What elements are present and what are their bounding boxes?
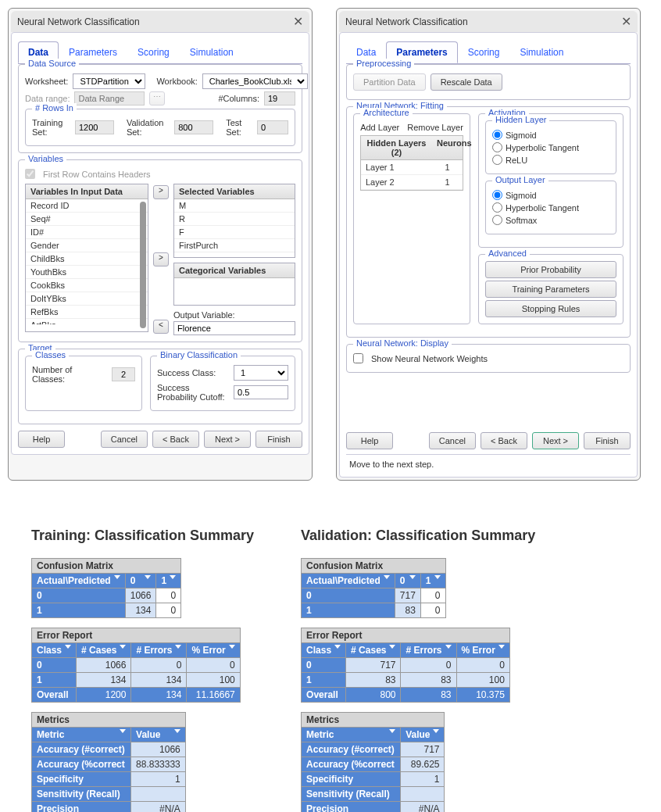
layers-table: Hidden Layers (2) Neurons Layer 1 1 Laye… (360, 135, 463, 191)
training-params-button[interactable]: Training Parameters (485, 281, 616, 298)
columns-label: #Columns: (218, 94, 259, 103)
tab2-simulation[interactable]: Simulation (509, 41, 573, 63)
datarange-pick-icon: ⋯ (149, 91, 165, 106)
input-vars-header: Variables In Input Data (26, 184, 148, 199)
validation-tables: Confusion Matrix Actual\Predicted01 0717… (301, 558, 535, 812)
selected-vars-list[interactable]: Selected Variables MRFFirstPurch (173, 184, 295, 258)
show-weights-checkbox[interactable] (353, 353, 363, 363)
help-button-2[interactable]: Help (346, 432, 393, 449)
layers-col-name: Hidden Layers (2) (361, 136, 432, 160)
test-label: Test Set: (226, 118, 252, 137)
workbook-label: Workbook: (156, 77, 197, 86)
list-item[interactable]: M (174, 199, 295, 213)
list-item[interactable]: FirstPurch (174, 239, 295, 252)
list-item[interactable]: Gender (26, 239, 148, 252)
output-sigmoid-radio[interactable] (492, 190, 502, 200)
hidden-opt-2: ReLU (506, 156, 527, 165)
layer-neurons-2[interactable]: 1 (432, 175, 463, 190)
next-button-2[interactable]: Next > (532, 432, 579, 449)
stopping-rules-button[interactable]: Stopping Rules (485, 300, 616, 317)
list-item[interactable]: R (174, 213, 295, 226)
list-item[interactable]: ArtBks (26, 319, 148, 324)
error-report: Error Report Class# Cases# Errors% Error… (301, 628, 510, 703)
legend-output-layer: Output Layer (492, 175, 548, 184)
hidden-sigmoid-radio[interactable] (492, 130, 502, 140)
confusion-matrix: Confusion Matrix Actual\Predicted01 0106… (31, 558, 181, 618)
tab-simulation[interactable]: Simulation (180, 41, 244, 63)
categorical-vars-header: Categorical Variables (174, 263, 295, 278)
back-button[interactable]: < Back (152, 431, 199, 448)
next-button[interactable]: Next > (204, 431, 251, 448)
output-var-label: Output Variable: (173, 310, 295, 320)
list-item[interactable]: YouthBks (26, 266, 148, 279)
list-item[interactable]: CookBks (26, 279, 148, 292)
layer-name-2[interactable]: Layer 2 (361, 175, 432, 190)
legend-variables: Variables (25, 154, 66, 163)
legend-display: Neural Network: Display (353, 338, 452, 348)
list-item[interactable]: RefBks (26, 306, 148, 319)
finish-button-2[interactable]: Finish (584, 432, 631, 449)
validation-label: Validation Set: (127, 118, 170, 137)
close-icon-2[interactable]: ✕ (621, 14, 631, 29)
move-left-output-button[interactable]: < (153, 320, 169, 334)
prior-prob-button[interactable]: Prior Probability (485, 261, 616, 278)
cutoff-label: Success Probability Cutoff: (157, 383, 229, 402)
tab-scoring[interactable]: Scoring (127, 41, 180, 63)
worksheet-label: Worksheet: (25, 77, 68, 86)
cancel-button[interactable]: Cancel (101, 431, 148, 448)
legend-classes: Classes (32, 350, 69, 359)
validation-results: Validation: Classification Summary Confu… (301, 520, 535, 812)
layer-neurons-1[interactable]: 1 (432, 160, 463, 175)
output-opt-2: Softmax (506, 216, 537, 225)
partition-data-button: Partition Data (353, 73, 426, 91)
help-button[interactable]: Help (18, 431, 65, 448)
list-item[interactable]: Record ID (26, 199, 148, 213)
first-row-label: First Row Contains Headers (43, 170, 151, 179)
success-class-select[interactable]: 1 (234, 365, 288, 381)
dialog-nn-data: Neural Network Classification ✕ Data Par… (8, 8, 313, 481)
list-item[interactable]: DoItYBks (26, 292, 148, 306)
move-right-selected-button[interactable]: > (153, 185, 169, 199)
first-row-checkbox (25, 169, 35, 179)
back-button-2[interactable]: < Back (481, 432, 527, 449)
tab2-scoring[interactable]: Scoring (458, 41, 510, 63)
cancel-button-2[interactable]: Cancel (429, 432, 476, 449)
rescale-data-button[interactable]: Rescale Data (431, 73, 502, 91)
title-text-2: Neural Network Classification (345, 16, 621, 27)
categorical-vars-list[interactable]: Categorical Variables (173, 263, 295, 306)
hidden-relu-radio[interactable] (492, 155, 502, 165)
training-field (75, 120, 114, 134)
input-vars-list[interactable]: Variables In Input Data Record IDSeq#ID#… (25, 184, 148, 332)
hidden-tanh-radio[interactable] (492, 142, 502, 152)
legend-hidden-layer: Hidden Layer (492, 115, 549, 124)
layer-name-1[interactable]: Layer 1 (361, 160, 432, 175)
list-item[interactable]: Seq# (26, 213, 148, 226)
list-item[interactable]: ID# (26, 226, 148, 239)
training-label: Training Set: (32, 118, 70, 137)
output-softmax-radio[interactable] (492, 215, 502, 225)
selected-vars-items: MRFFirstPurch (174, 199, 295, 252)
list-item[interactable]: ChildBks (26, 252, 148, 266)
selected-vars-header: Selected Variables (174, 184, 295, 199)
output-opt-1: Hyperbolic Tangent (506, 203, 579, 213)
output-tanh-radio[interactable] (492, 202, 502, 213)
close-icon[interactable]: ✕ (293, 14, 303, 29)
add-layer-button[interactable]: Add Layer (360, 123, 399, 132)
datarange-field (74, 91, 145, 106)
move-right-categorical-button[interactable]: > (153, 252, 169, 266)
num-classes-label: Number of Classes: (32, 365, 107, 384)
hidden-opt-0: Sigmoid (506, 131, 537, 140)
cutoff-field[interactable] (234, 385, 288, 399)
legend-preprocessing: Preprocessing (353, 59, 414, 68)
worksheet-select[interactable]: STDPartition (73, 73, 145, 89)
remove-layer-button[interactable]: Remove Layer (407, 123, 463, 132)
finish-button[interactable]: Finish (255, 431, 302, 448)
hint-text: Move to the next step. (346, 454, 631, 470)
workbook-select[interactable]: Charles_BookClub.xlsx (202, 73, 308, 89)
validation-field (174, 120, 213, 134)
metrics-table: Metrics MetricValue Accuracy (#correct)1… (31, 712, 186, 812)
confusion-matrix: Confusion Matrix Actual\Predicted01 0717… (301, 558, 445, 618)
output-var-field[interactable] (173, 321, 295, 335)
success-class-label: Success Class: (157, 368, 229, 377)
list-item[interactable]: F (174, 226, 295, 239)
